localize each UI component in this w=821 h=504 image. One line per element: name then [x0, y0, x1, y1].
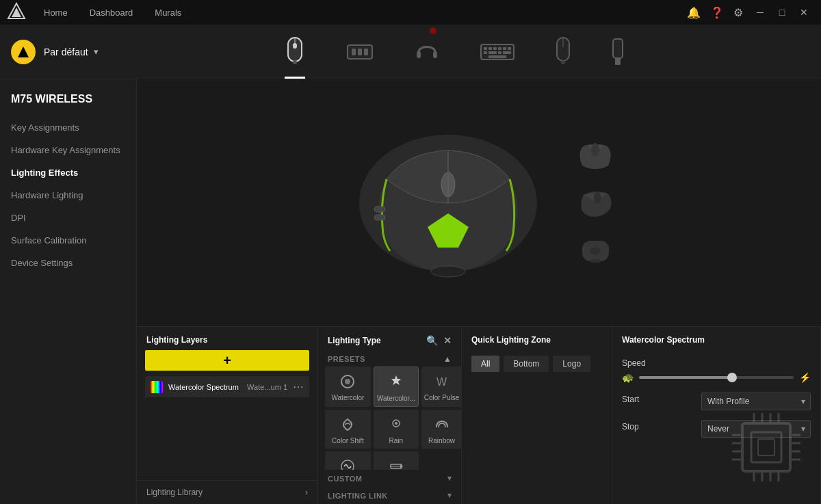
help-icon[interactable]: ❓ [710, 6, 724, 19]
thumb-mouse-bottom[interactable] [571, 234, 619, 268]
lighting-link-label: LIGHTING LINK [328, 492, 388, 500]
nav-home[interactable]: Home [33, 0, 79, 25]
zone-buttons: All Bottom Logo [462, 350, 612, 377]
layer-more-icon[interactable]: ⋯ [293, 380, 304, 393]
sidebar-item-surface-calibration[interactable]: Surface Calibration [0, 229, 136, 252]
speed-slider-track[interactable] [639, 376, 794, 379]
svg-rect-13 [484, 47, 487, 50]
add-layer-button[interactable]: + [145, 350, 309, 371]
sidebar-item-device-settings[interactable]: Device Settings [0, 252, 136, 274]
svg-rect-21 [498, 51, 501, 54]
device-tab-2[interactable] [415, 25, 439, 79]
sidebar-item-lighting-effects[interactable]: Lighting Effects [0, 161, 136, 184]
lighting-type-panel: Lighting Type 🔍 ✕ PRESETS ▲ [318, 327, 462, 504]
profile-icon [11, 40, 36, 64]
svg-rect-14 [488, 47, 492, 50]
minimize-button[interactable]: ─ [750, 2, 770, 23]
device-tab-0[interactable] [285, 25, 305, 79]
maximize-button[interactable]: □ [772, 2, 792, 23]
layer-item[interactable]: Watercolor Spectrum Wate...um 1 ⋯ [145, 376, 309, 397]
svg-point-26 [561, 60, 565, 64]
preset-color-pulse-label: Color Pulse [424, 394, 460, 401]
svg-rect-40 [590, 259, 600, 263]
lighting-type-header: Lighting Type 🔍 ✕ [318, 327, 461, 352]
device-tab-4[interactable] [556, 25, 571, 79]
mouse-preview [137, 79, 821, 326]
lighting-layers-title: Lighting Layers [146, 335, 207, 345]
profile-dropdown-icon[interactable]: ▾ [94, 47, 99, 57]
stop-label: Stop [622, 422, 639, 432]
speed-slider: 🐢 ⚡ [622, 372, 811, 383]
quick-zone-header: Quick Lighting Zone [462, 327, 612, 350]
bell-icon[interactable]: 🔔 [687, 6, 701, 19]
lighting-type-actions: 🔍 ✕ [426, 335, 452, 346]
app-logo [7, 2, 26, 23]
preset-rain[interactable]: Rain [374, 410, 419, 449]
device-tab-1[interactable] [346, 25, 374, 79]
preset-color-shift[interactable]: Color Shift [325, 410, 371, 449]
preset-rainbow-icon [432, 415, 452, 434]
lighting-link-section[interactable]: LIGHTING LINK ▾ [318, 487, 461, 504]
lighting-layers-panel: Lighting Layers + Watercolor Spectrum Wa… [137, 327, 318, 504]
lighting-library-label[interactable]: Lighting Library [146, 488, 203, 497]
lighting-type-close-icon[interactable]: ✕ [443, 335, 452, 346]
preset-watercolor[interactable]: Watercolor [325, 367, 371, 407]
lighting-type-search-icon[interactable]: 🔍 [426, 335, 438, 346]
svg-rect-20 [488, 51, 497, 54]
preset-visor[interactable]: Visor [374, 451, 419, 470]
zone-btn-logo[interactable]: Logo [553, 356, 590, 372]
zone-btn-bottom[interactable]: Bottom [504, 356, 549, 372]
layer-color-strip [151, 381, 163, 393]
thumb-mouse-side[interactable] [571, 138, 619, 172]
lighting-type-title: Lighting Type [328, 336, 381, 345]
svg-rect-23 [488, 55, 506, 58]
layer-name: Watercolor Spectrum [168, 383, 242, 391]
close-button[interactable]: ✕ [794, 2, 814, 23]
settings-icon[interactable]: ⚙ [733, 6, 743, 19]
sidebar-item-key-assignments[interactable]: Key Assignments [0, 116, 136, 139]
svg-rect-11 [433, 51, 437, 58]
presets-collapse-icon[interactable]: ▲ [443, 354, 452, 364]
sidebar-item-hw-key-assignments[interactable]: Hardware Key Assignments [0, 139, 136, 161]
svg-point-46 [341, 460, 354, 470]
svg-point-45 [395, 422, 398, 425]
nav-murals[interactable]: Murals [144, 0, 192, 25]
svg-rect-35 [374, 215, 385, 220]
preset-watercolor-icon [338, 372, 357, 391]
nav-dashboard[interactable]: Dashboard [79, 0, 144, 25]
svg-rect-7 [352, 49, 356, 55]
svg-rect-15 [493, 47, 497, 50]
custom-section[interactable]: CUSTOM ▾ [318, 470, 461, 487]
layer-sub: Wate...um 1 [247, 383, 287, 391]
sidebar-item-dpi[interactable]: DPI [0, 207, 136, 229]
svg-rect-22 [503, 51, 511, 54]
profile-name: Par défaut [44, 47, 88, 57]
preset-rain-icon [387, 415, 406, 434]
svg-rect-19 [484, 51, 487, 54]
zone-btn-all[interactable]: All [471, 356, 499, 372]
preset-rainbow-w[interactable]: Rainbow W... [325, 451, 371, 470]
sidebar-item-hw-lighting[interactable]: Hardware Lighting [0, 184, 136, 207]
speed-label: Speed [622, 358, 811, 368]
lighting-library-arrow[interactable]: › [305, 488, 308, 497]
preset-color-pulse[interactable]: W Color Pulse [421, 367, 461, 407]
custom-label: CUSTOM [328, 475, 362, 483]
device-tab-5[interactable] [612, 25, 624, 79]
speed-fast-icon: ⚡ [799, 372, 811, 383]
titlebar: Home Dashboard Murals 🔔 ❓ ⚙ ─ □ ✕ [0, 0, 821, 25]
svg-rect-50 [742, 423, 790, 471]
profilebar: Par défaut ▾ [0, 25, 821, 79]
device-tab-3[interactable] [480, 25, 514, 79]
svg-point-36 [591, 143, 599, 157]
titlebar-actions: 🔔 ❓ ⚙ [687, 6, 743, 19]
preset-color-shift-icon [338, 415, 357, 434]
svg-point-37 [594, 191, 601, 204]
lighting-link-collapse-icon: ▾ [447, 491, 452, 500]
preset-visor-icon [387, 457, 406, 470]
start-label: Start [622, 395, 639, 404]
preset-rainbow[interactable]: Rainbow [421, 410, 461, 449]
speed-slider-thumb[interactable] [727, 373, 737, 382]
thumb-mouse-angle[interactable] [571, 186, 619, 220]
preset-watercolor-spectrum[interactable]: Watercolor... [374, 367, 419, 407]
presets-grid: Watercolor Watercolor... [318, 367, 461, 470]
